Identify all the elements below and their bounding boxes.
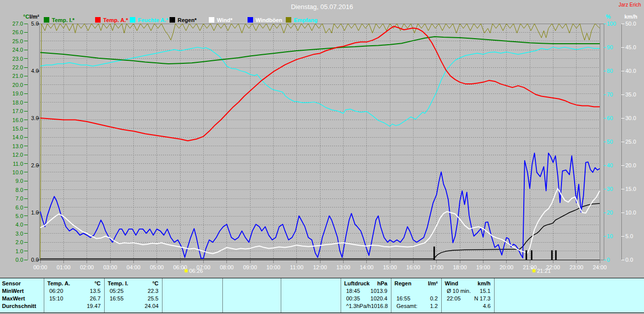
svg-text:0.0: 0.0 [16, 257, 23, 263]
max-value: N 17.3 [474, 295, 494, 302]
svg-text:20.0: 20.0 [625, 162, 636, 168]
svg-text:16.0: 16.0 [13, 117, 23, 123]
svg-text:19.0: 19.0 [13, 90, 23, 96]
svg-text:50: 50 [607, 139, 613, 145]
sensor-unit: hPa [377, 280, 391, 287]
svg-text:12:00: 12:00 [313, 264, 327, 270]
min-value: 13.5 [90, 287, 104, 295]
max-value: 26.7 [90, 295, 104, 302]
min-value [438, 287, 441, 295]
svg-text:2.0: 2.0 [16, 239, 23, 245]
max-time: 16:55 [391, 295, 411, 302]
footer-col-wind: Windkm/hØ 10 min.15.122:05N 17.34.6 [441, 278, 494, 312]
svg-text:60: 60 [607, 115, 613, 121]
sensor-unit: °C [95, 280, 104, 287]
svg-text:12.0: 12.0 [13, 152, 23, 158]
footer-row-label: Durchschnitt [0, 302, 44, 310]
sensor-unit: °C [152, 280, 162, 287]
svg-text:20.0: 20.0 [13, 82, 23, 88]
svg-text:08:00: 08:00 [220, 264, 234, 270]
footer-col-temp-a-: Temp. A.°C06:2013.515:1026.719.47 [44, 278, 104, 312]
weather-day-chart-window: Dienstag, 05.07.2016 Jarz Erich °C l/m² … [0, 0, 644, 314]
svg-text:17.0: 17.0 [13, 108, 23, 114]
sensor-unit: l/m² [428, 280, 441, 287]
avg-value: 1016.8 [371, 302, 391, 310]
svg-text:6.0: 6.0 [16, 204, 23, 211]
svg-text:10: 10 [607, 233, 613, 239]
footer-col-empty [281, 278, 341, 312]
avg-value: 24.04 [144, 302, 162, 310]
svg-text:25.0: 25.0 [625, 139, 636, 145]
max-value: 1020.4 [370, 295, 391, 302]
footer-row-labels-column: SensorMinWertMaxWertDurchschnitt [0, 278, 44, 312]
svg-text:50.0: 50.0 [625, 21, 636, 27]
svg-text:11:00: 11:00 [290, 264, 303, 270]
svg-text:4.0: 4.0 [16, 222, 23, 228]
svg-text:17:00: 17:00 [430, 264, 444, 270]
avg-value: 1.2 [430, 302, 441, 310]
sensor-unit: km/h [477, 280, 494, 287]
footer-col-empty [222, 278, 281, 312]
svg-text:5.0: 5.0 [16, 213, 23, 219]
svg-text:00:00: 00:00 [33, 264, 47, 270]
svg-text:90: 90 [607, 44, 613, 50]
svg-text:24.0: 24.0 [13, 47, 23, 53]
footer-row-label: MaxWert [0, 295, 44, 302]
min-value: 15.1 [480, 287, 494, 295]
avg-label: Gesamt: [391, 302, 418, 310]
svg-text:5.0: 5.0 [31, 21, 39, 27]
svg-text:30.0: 30.0 [625, 115, 636, 121]
max-time: 22:05 [442, 295, 461, 302]
svg-text:2.0: 2.0 [31, 162, 39, 168]
svg-text:15.0: 15.0 [625, 186, 636, 192]
max-value: 25.5 [148, 295, 162, 302]
svg-text:04:00: 04:00 [127, 264, 141, 270]
min-time [391, 287, 396, 295]
footer-col-empty [162, 278, 222, 312]
avg-label [105, 302, 110, 310]
max-time: 00:35 [341, 295, 360, 302]
svg-text:11.0: 11.0 [13, 161, 23, 167]
svg-text:20:00: 20:00 [500, 264, 514, 270]
svg-text:05:00: 05:00 [150, 264, 164, 270]
sunset-time-label: 21:21 [537, 268, 551, 274]
svg-text:9.0: 9.0 [16, 178, 23, 184]
min-value: 22.3 [148, 287, 162, 295]
footer-col-empty [494, 278, 644, 312]
chart-plot-area[interactable]: 0.01.02.03.04.05.06.07.08.09.010.011.012… [0, 0, 644, 278]
avg-label [442, 302, 447, 310]
min-value: 1013.9 [370, 287, 391, 295]
avg-label: ^1.3hPa/h [341, 302, 371, 310]
svg-text:22.0: 22.0 [13, 64, 23, 70]
svg-text:5.0: 5.0 [625, 233, 633, 239]
min-time: 05:25 [105, 287, 124, 295]
footer-col-temp-i-: Temp. I.°C05:2522.316:5525.524.04 [104, 278, 162, 312]
svg-text:15:00: 15:00 [383, 264, 397, 270]
max-value: 0.2 [430, 295, 441, 302]
sensor-name: Temp. I. [105, 280, 128, 287]
svg-text:35.0: 35.0 [625, 91, 636, 97]
footer-stats-table: SensorMinWertMaxWertDurchschnittTemp. A.… [0, 278, 644, 313]
footer-row-label: Sensor [0, 280, 44, 287]
svg-text:23:00: 23:00 [570, 264, 584, 270]
svg-text:19:00: 19:00 [476, 264, 491, 270]
footer-col-regen: Regenl/m²16:550.2Gesamt:1.2 [391, 278, 441, 312]
svg-text:01:00: 01:00 [57, 264, 71, 270]
avg-value: 4.6 [483, 302, 494, 310]
svg-text:70: 70 [607, 91, 613, 97]
svg-text:09:00: 09:00 [243, 264, 257, 270]
svg-text:40: 40 [607, 162, 613, 168]
svg-text:18:00: 18:00 [453, 264, 467, 270]
svg-text:24:00: 24:00 [593, 264, 607, 270]
svg-text:1.0: 1.0 [31, 210, 39, 216]
avg-label [44, 302, 49, 310]
svg-text:0: 0 [607, 257, 610, 263]
svg-text:16:00: 16:00 [407, 264, 421, 270]
min-time: Ø 10 min. [442, 287, 471, 295]
svg-text:13:00: 13:00 [337, 264, 351, 270]
svg-text:23.0: 23.0 [13, 56, 23, 62]
svg-text:1.0: 1.0 [16, 248, 23, 254]
svg-text:10:00: 10:00 [267, 264, 281, 270]
sensor-name: Regen [391, 280, 412, 287]
svg-text:4.0: 4.0 [31, 68, 39, 74]
